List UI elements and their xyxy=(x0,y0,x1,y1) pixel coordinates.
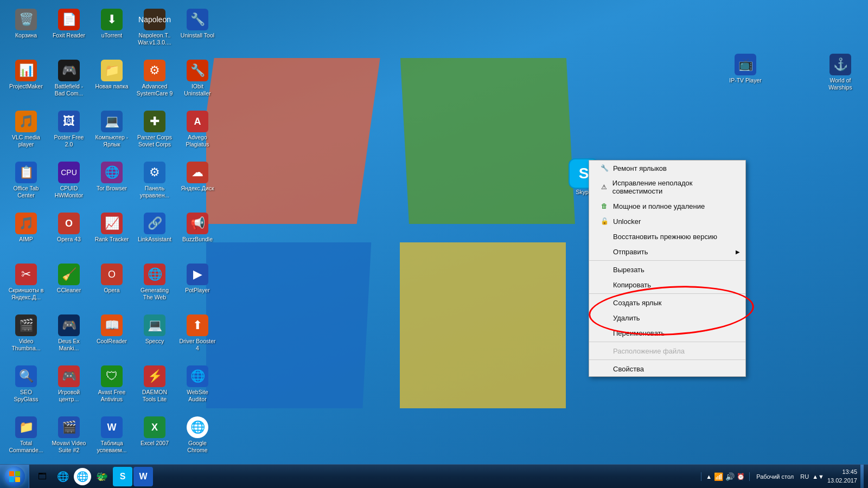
ctx-powerful-delete[interactable]: 🗑 Мощное и полное удаление xyxy=(589,198,745,214)
ctx-unlocker[interactable]: 🔓 Unlocker xyxy=(589,214,745,229)
taskbar: 🗔 🌐 🌐 🐲 S W ▲ 📶 🔊 ⏰ Рабочий стол xyxy=(0,464,868,488)
icon-iptv-player[interactable]: 📺 IP-TV Player xyxy=(726,52,765,86)
ctx-properties[interactable]: Свойства xyxy=(589,361,745,376)
delete-icon: 🗑 xyxy=(600,202,609,210)
icon-table[interactable]: W Таблица успеваем... xyxy=(92,414,131,463)
taskbar-show-desktop[interactable]: 🗔 xyxy=(33,467,52,486)
icon-speccy[interactable]: 💻 Speccy xyxy=(135,312,174,361)
taskbar-right-area: ▲ 📶 🔊 ⏰ Рабочий стол RU ▲▼ 13:45 13.02.2… xyxy=(701,465,868,489)
ctx-rename[interactable]: Переименовать xyxy=(589,325,745,341)
icon-aimp[interactable]: 🎵 AIMP xyxy=(7,210,46,259)
icon-screenshoter[interactable]: ✂ Скриншоты в Яндекс.Д... xyxy=(7,261,46,310)
ctx-cut[interactable]: Вырезать xyxy=(589,262,745,277)
icon-driver-booster[interactable]: ⬆ Driver Booster 4 xyxy=(178,312,217,361)
icon-vlc[interactable]: 🎵 VLC media player xyxy=(7,108,46,157)
icon-world-of-warships[interactable]: ⚓ World of Warships xyxy=(821,52,860,93)
icon-game-center[interactable]: 🎮 Игровой центр... xyxy=(49,363,88,412)
ctx-sep2 xyxy=(589,293,745,294)
icon-buzz-bundle[interactable]: 📢 BuzzBundle xyxy=(178,210,217,259)
icon-utorrent[interactable]: ⬇ uTorrent xyxy=(92,7,131,55)
systray-volume[interactable]: 🔊 xyxy=(725,472,735,481)
icon-opera[interactable]: O Opera xyxy=(92,261,131,310)
icon-computer[interactable]: 💻 Компьютер - Ярлык xyxy=(92,108,131,157)
icon-avast[interactable]: 🛡 Avast Free Antivirus xyxy=(92,363,131,412)
ctx-restore[interactable]: Восстановить прежнюю версию xyxy=(589,229,745,244)
icon-new-folder[interactable]: 📁 Новая папка xyxy=(92,57,131,106)
compat-icon: ⚠ xyxy=(600,183,608,191)
icon-generating-web[interactable]: 🌐 Generating The Web xyxy=(135,261,174,310)
taskbar-language[interactable]: RU xyxy=(800,473,809,480)
ctx-sep4 xyxy=(589,359,745,360)
ctx-send-to[interactable]: Отправить ▶ xyxy=(589,244,745,259)
taskbar-seadragon-icon[interactable]: 🐲 xyxy=(92,467,112,486)
systray-expand[interactable]: ▲ xyxy=(706,473,712,480)
icon-foxit-reader[interactable]: 📄 Foxit Reader xyxy=(49,7,88,55)
icon-panzer-corps[interactable]: ✚ Panzer Corps Soviet Corps xyxy=(135,108,174,157)
taskbar-word-icon[interactable]: W xyxy=(133,467,153,486)
start-button[interactable] xyxy=(0,465,29,489)
ctx-delete[interactable]: Удалить xyxy=(589,310,745,325)
icon-advego[interactable]: A Advego Plagiatus xyxy=(178,108,217,157)
send-to-arrow: ▶ xyxy=(736,249,740,255)
svg-rect-1 xyxy=(15,471,20,476)
icon-napoleon[interactable]: Napoleon Napoleon.T.. War.v1.3.0.... xyxy=(135,7,174,55)
ctx-create-shortcut[interactable]: Создать ярлык xyxy=(589,295,745,310)
icon-cpuid[interactable]: CPU CPUID HWMonitor xyxy=(49,159,88,208)
icon-daemon-tools[interactable]: ⚡ DAEMON Tools Lite xyxy=(135,363,174,412)
icon-office-tab[interactable]: 📋 Office Tab Center xyxy=(7,159,46,208)
show-desktop-button[interactable] xyxy=(860,465,864,489)
context-menu: 🔧 Ремонт ярлыков ⚠ Исправление неполадок… xyxy=(589,160,746,377)
taskbar-lang-arrows[interactable]: ▲▼ xyxy=(812,473,824,480)
desktop-icons-grid: 🗑️ Корзина 📄 Foxit Reader ⬇ uTorrent Nap… xyxy=(4,4,221,488)
icon-advanced-sc[interactable]: ⚙ Advanced SystemCare 9 xyxy=(135,57,174,106)
ctx-sep1 xyxy=(589,260,745,261)
icon-website-auditor[interactable]: 🌐 WebSite Auditor xyxy=(178,363,217,412)
systray-network[interactable]: 📶 xyxy=(714,472,723,481)
taskbar-skype-icon[interactable]: S xyxy=(113,467,132,486)
icon-iobit[interactable]: 🔧 IObit Uninstaller xyxy=(178,57,217,106)
taskbar-desktop-label[interactable]: Рабочий стол xyxy=(753,473,797,480)
icon-ccleaner[interactable]: 🧹 CCleaner xyxy=(49,261,88,310)
icon-poster-free[interactable]: 🖼 Poster Free 2.0 xyxy=(49,108,88,157)
icon-battlefield[interactable]: 🎮 Battlefield - Bad Com... xyxy=(49,57,88,106)
ctx-fix-compat[interactable]: ⚠ Исправление неполадок совместимости xyxy=(589,176,745,198)
icon-project-maker[interactable]: 📊 ProjectMaker xyxy=(7,57,46,106)
icon-cool-reader[interactable]: 📖 CoolReader xyxy=(92,312,131,361)
icon-opera43[interactable]: O Opera 43 xyxy=(49,210,88,259)
icon-google-chrome[interactable]: 🌐 Google Chrome xyxy=(178,414,217,463)
unlocker-icon: 🔓 xyxy=(600,217,609,226)
repair-icon: 🔧 xyxy=(600,164,609,172)
system-tray: ▲ 📶 🔊 ⏰ xyxy=(701,472,750,481)
start-orb xyxy=(4,466,25,487)
svg-rect-0 xyxy=(9,471,14,476)
ctx-copy[interactable]: Копировать xyxy=(589,277,745,292)
icon-tor-browser[interactable]: 🌐 Tor Browser xyxy=(92,159,131,208)
taskbar-pinned-icons: 🗔 🌐 🌐 🐲 S W xyxy=(29,465,156,488)
icon-deus-ex[interactable]: 🎮 Deus Ex Manki... xyxy=(49,312,88,361)
ctx-repair-shortcut[interactable]: 🔧 Ремонт ярлыков xyxy=(589,160,745,176)
icon-pot-player[interactable]: ▶ PotPlayer xyxy=(178,261,217,310)
icon-seo-spyglass[interactable]: 🔍 SEO SpyGlass xyxy=(7,363,46,412)
icon-movavi-video[interactable]: 🎬 Movavi Video Suite #2 xyxy=(49,414,88,463)
taskbar-clock[interactable]: 13:45 13.02.2017 xyxy=(827,468,857,485)
svg-rect-2 xyxy=(9,477,14,482)
systray-time-sync[interactable]: ⏰ xyxy=(737,473,745,480)
ctx-sep3 xyxy=(589,342,745,342)
icon-uninstall-tool[interactable]: 🔧 Uninstall Tool xyxy=(178,7,217,55)
svg-rect-3 xyxy=(15,477,20,482)
windows-start-logo xyxy=(9,471,21,483)
icon-yandex-disk[interactable]: ☁ Яндекс.Диск xyxy=(178,159,217,208)
ctx-file-location[interactable]: Расположение файла xyxy=(589,343,745,358)
taskbar-chrome-icon[interactable]: 🌐 xyxy=(74,468,91,485)
icon-video-thumb[interactable]: 🎬 Video Thumbna... xyxy=(7,312,46,361)
taskbar-ie-icon[interactable]: 🌐 xyxy=(53,467,73,486)
desktop: 🗑️ Корзина 📄 Foxit Reader ⬇ uTorrent Nap… xyxy=(0,0,868,488)
icon-recycle-bin[interactable]: 🗑️ Корзина xyxy=(7,7,46,55)
icon-total-commander[interactable]: 📁 Total Commande... xyxy=(7,414,46,463)
icon-link-assistant[interactable]: 🔗 LinkAssistant xyxy=(135,210,174,259)
icon-rank-tracker[interactable]: 📈 Rank Tracker xyxy=(92,210,131,259)
icon-control-panel[interactable]: ⚙ Панель управлен... xyxy=(135,159,174,208)
icon-excel-2007[interactable]: X Excel 2007 xyxy=(135,414,174,463)
windows-logo-bg xyxy=(206,49,575,418)
